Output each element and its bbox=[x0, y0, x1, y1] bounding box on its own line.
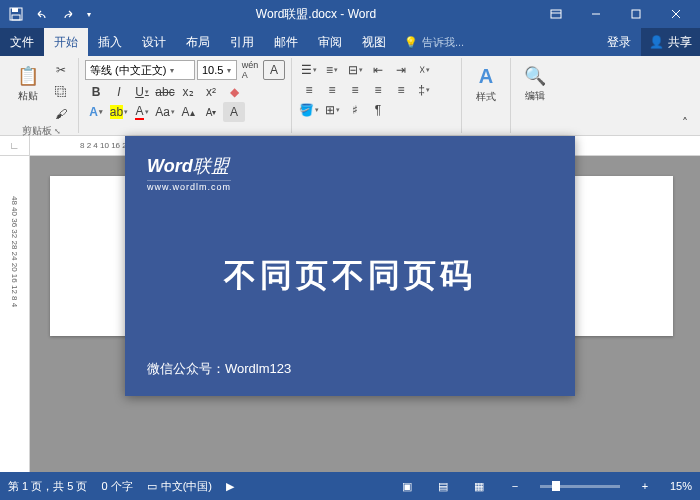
tab-references[interactable]: 引用 bbox=[220, 28, 264, 56]
zoom-out-button[interactable]: − bbox=[504, 476, 526, 496]
highlight-button[interactable]: ab▾ bbox=[108, 102, 130, 122]
show-marks-button[interactable]: ¶ bbox=[367, 100, 389, 120]
bullets-button[interactable]: ☰▾ bbox=[298, 60, 320, 80]
numbering-button[interactable]: ≡▾ bbox=[321, 60, 343, 80]
qat-customize-button[interactable]: ▾ bbox=[82, 2, 96, 26]
font-size-combo[interactable]: 10.5▾ bbox=[197, 60, 237, 80]
page-thumbnail[interactable] bbox=[558, 176, 673, 336]
promo-overlay: Word联盟 www.wordlm.com 不同页不同页码 微信公众号：Word… bbox=[125, 136, 575, 396]
status-language[interactable]: ▭ 中文(中国) bbox=[147, 479, 212, 494]
align-center-button[interactable]: ≡ bbox=[321, 80, 343, 100]
shading-button[interactable]: 🪣▾ bbox=[298, 100, 320, 120]
save-button[interactable] bbox=[4, 2, 28, 26]
decrease-indent-button[interactable]: ⇤ bbox=[367, 60, 389, 80]
styles-button[interactable]: A 样式 bbox=[468, 60, 504, 108]
styles-icon: A bbox=[479, 65, 493, 88]
ribbon-tabs: 文件 开始 插入 设计 布局 引用 邮件 审阅 视图 💡 告诉我... 登录 👤… bbox=[0, 28, 700, 56]
lightbulb-icon: 💡 bbox=[404, 36, 418, 49]
logo-bold: Word bbox=[147, 156, 193, 176]
tab-view[interactable]: 视图 bbox=[352, 28, 396, 56]
line-spacing-button[interactable]: ‡▾ bbox=[413, 80, 435, 100]
tab-file[interactable]: 文件 bbox=[0, 28, 44, 56]
borders-button[interactable]: ⊞▾ bbox=[321, 100, 343, 120]
paste-button[interactable]: 📋 粘贴 bbox=[10, 60, 46, 108]
copy-button[interactable]: ⿻ bbox=[50, 82, 72, 102]
ribbon-group-clipboard: 📋 粘贴 ✂ ⿻ 🖌 剪贴板⤡ bbox=[4, 58, 79, 133]
subscript-button[interactable]: x₂ bbox=[177, 82, 199, 102]
tab-mailings[interactable]: 邮件 bbox=[264, 28, 308, 56]
editing-label: 编辑 bbox=[525, 89, 545, 103]
sort-button[interactable]: ♯ bbox=[344, 100, 366, 120]
zoom-level[interactable]: 15% bbox=[670, 480, 692, 492]
minimize-button[interactable] bbox=[576, 0, 616, 28]
undo-button[interactable] bbox=[30, 2, 54, 26]
tab-selector[interactable]: ∟ bbox=[0, 136, 30, 155]
tell-me-label: 告诉我... bbox=[422, 35, 464, 50]
status-page[interactable]: 第 1 页，共 5 页 bbox=[8, 479, 87, 494]
align-right-button[interactable]: ≡ bbox=[344, 80, 366, 100]
web-layout-button[interactable]: ▦ bbox=[468, 476, 490, 496]
font-name-combo[interactable]: 等线 (中文正文)▾ bbox=[85, 60, 195, 80]
clear-formatting-button[interactable]: ◆ bbox=[223, 82, 245, 102]
login-button[interactable]: 登录 bbox=[597, 28, 641, 56]
status-macro[interactable]: ▶ bbox=[226, 480, 234, 493]
grow-font-button[interactable]: A▴ bbox=[177, 102, 199, 122]
close-button[interactable] bbox=[656, 0, 696, 28]
maximize-button[interactable] bbox=[616, 0, 656, 28]
svg-rect-3 bbox=[551, 10, 561, 18]
share-button[interactable]: 👤 共享 bbox=[641, 28, 700, 56]
redo-button[interactable] bbox=[56, 2, 80, 26]
paste-label: 粘贴 bbox=[18, 89, 38, 103]
format-painter-button[interactable]: 🖌 bbox=[50, 104, 72, 124]
zoom-thumb[interactable] bbox=[552, 481, 560, 491]
tab-insert[interactable]: 插入 bbox=[88, 28, 132, 56]
dialog-launcher-icon[interactable]: ⤡ bbox=[54, 127, 61, 136]
tell-me-search[interactable]: 💡 告诉我... bbox=[404, 28, 464, 56]
tab-layout[interactable]: 布局 bbox=[176, 28, 220, 56]
document-area: 48 40 36 32 28 24 20 16 12 8 4 Word联盟 ww… bbox=[0, 156, 700, 472]
tab-design[interactable]: 设计 bbox=[132, 28, 176, 56]
tab-home[interactable]: 开始 bbox=[44, 28, 88, 56]
font-size-value: 10.5 bbox=[202, 64, 223, 76]
logo-rest: 联盟 bbox=[193, 156, 229, 176]
strikethrough-button[interactable]: abc bbox=[154, 82, 176, 102]
book-icon: ▭ bbox=[147, 480, 157, 493]
character-shading-button[interactable]: A bbox=[223, 102, 245, 122]
zoom-in-button[interactable]: + bbox=[634, 476, 656, 496]
character-border-button[interactable]: A bbox=[263, 60, 285, 80]
text-effects-button[interactable]: A▾ bbox=[85, 102, 107, 122]
zoom-slider[interactable] bbox=[540, 485, 620, 488]
ribbon: 📋 粘贴 ✂ ⿻ 🖌 剪贴板⤡ 等线 (中文正文)▾ 10.5▾ wénA A … bbox=[0, 56, 700, 136]
ribbon-group-paragraph: ☰▾ ≡▾ ⊟▾ ⇤ ⇥ ☓▾ ≡ ≡ ≡ ≡ ≡ ‡▾ 🪣▾ ⊞▾ ♯ ¶ bbox=[292, 58, 462, 133]
styles-label: 样式 bbox=[476, 90, 496, 104]
footer-label: 微信公众号： bbox=[147, 361, 225, 376]
status-word-count[interactable]: 0 个字 bbox=[101, 479, 132, 494]
footer-value: Wordlm123 bbox=[225, 361, 291, 376]
change-case-button[interactable]: Aa▾ bbox=[154, 102, 176, 122]
collapse-ribbon-button[interactable]: ˄ bbox=[674, 113, 696, 133]
status-bar: 第 1 页，共 5 页 0 个字 ▭ 中文(中国) ▶ ▣ ▤ ▦ − + 15… bbox=[0, 472, 700, 500]
multilevel-list-button[interactable]: ⊟▾ bbox=[344, 60, 366, 80]
read-mode-button[interactable]: ▣ bbox=[396, 476, 418, 496]
vertical-ruler[interactable]: 48 40 36 32 28 24 20 16 12 8 4 bbox=[0, 156, 30, 472]
shrink-font-button[interactable]: A▾ bbox=[200, 102, 222, 122]
justify-button[interactable]: ≡ bbox=[367, 80, 389, 100]
ribbon-display-button[interactable] bbox=[536, 0, 576, 28]
font-name-value: 等线 (中文正文) bbox=[90, 63, 166, 78]
bold-button[interactable]: B bbox=[85, 82, 107, 102]
tab-review[interactable]: 审阅 bbox=[308, 28, 352, 56]
cut-button[interactable]: ✂ bbox=[50, 60, 72, 80]
underline-button[interactable]: U▾ bbox=[131, 82, 153, 102]
print-layout-button[interactable]: ▤ bbox=[432, 476, 454, 496]
distributed-button[interactable]: ≡ bbox=[390, 80, 412, 100]
phonetic-guide-button[interactable]: wénA bbox=[239, 60, 261, 80]
align-left-button[interactable]: ≡ bbox=[298, 80, 320, 100]
italic-button[interactable]: I bbox=[108, 82, 130, 102]
editing-button[interactable]: 🔍 编辑 bbox=[517, 60, 553, 108]
asian-layout-button[interactable]: ☓▾ bbox=[413, 60, 435, 80]
superscript-button[interactable]: x² bbox=[200, 82, 222, 102]
increase-indent-button[interactable]: ⇥ bbox=[390, 60, 412, 80]
find-icon: 🔍 bbox=[524, 65, 546, 87]
ribbon-group-font: 等线 (中文正文)▾ 10.5▾ wénA A B I U▾ abc x₂ x²… bbox=[79, 58, 292, 133]
font-color-button[interactable]: A▾ bbox=[131, 102, 153, 122]
